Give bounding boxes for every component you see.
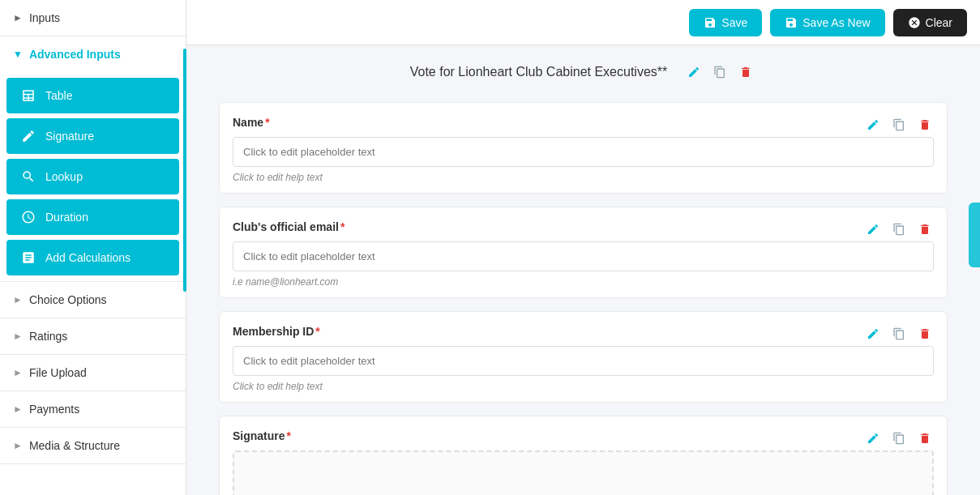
sidebar-choice-options-header[interactable]: ► Choice Options <box>0 282 186 318</box>
field-name-required: * <box>265 116 269 129</box>
field-signature-label: Signature* <box>233 429 934 442</box>
field-email-required: * <box>340 220 344 233</box>
title-delete-icon[interactable] <box>735 62 756 83</box>
calculations-icon <box>19 249 37 267</box>
save-as-new-button[interactable]: Save As New <box>770 9 884 36</box>
sidebar-payments-label: Payments <box>29 403 79 416</box>
title-edit-icon[interactable] <box>683 62 704 83</box>
field-email-edit-icon[interactable] <box>862 219 884 240</box>
sidebar-section-choice-options: ► Choice Options <box>0 282 186 318</box>
sidebar-section-file-upload: ► File Upload <box>0 355 186 391</box>
field-name-edit-icon[interactable] <box>862 114 884 135</box>
field-membership-id-input[interactable] <box>233 346 934 376</box>
lookup-icon <box>19 168 37 186</box>
field-club-email-help: i.e name@lionheart.com <box>233 276 934 288</box>
sidebar-advanced-items: Table Signature Lookup <box>0 72 186 281</box>
field-signature-copy-icon[interactable] <box>888 428 909 449</box>
sidebar-section-payments: ► Payments <box>0 391 186 428</box>
form-title-row: Vote for Lionheart Club Cabinet Executiv… <box>219 62 948 83</box>
clear-label: Clear <box>926 16 952 29</box>
sidebar-section-media-structure: ► Media & Structure <box>0 428 186 464</box>
field-name: Name* Click to edit help text <box>219 102 948 194</box>
field-name-delete-icon[interactable] <box>914 114 935 135</box>
clear-button[interactable]: Clear <box>893 9 967 36</box>
sidebar-item-signature[interactable]: Signature <box>6 118 179 154</box>
sidebar-ratings-header[interactable]: ► Ratings <box>0 318 186 354</box>
chevron-right-icon: ► <box>13 440 23 451</box>
field-club-email: Club's official email* i.e name@lionhear… <box>219 207 948 298</box>
sidebar-item-calculations-label: Add Calculations <box>45 251 131 264</box>
sidebar-file-upload-label: File Upload <box>29 366 87 379</box>
chevron-down-icon: ▼ <box>13 49 23 60</box>
field-membership-copy-icon[interactable] <box>888 323 909 344</box>
save-as-new-icon <box>785 16 798 29</box>
sidebar-item-lookup-label: Lookup <box>45 170 83 183</box>
field-membership-id-label: Membership ID* <box>233 325 934 338</box>
table-icon <box>19 87 37 105</box>
topbar: Save Save As New Clear <box>186 0 980 45</box>
sidebar-item-duration-label: Duration <box>45 211 88 224</box>
chevron-right-icon: ► <box>13 367 23 378</box>
field-name-actions <box>862 114 935 135</box>
sidebar-section-ratings: ► Ratings <box>0 318 186 355</box>
field-membership-id: Membership ID* Click to edit help text <box>219 311 948 403</box>
field-signature-required: * <box>287 429 291 442</box>
sidebar-advanced-label: Advanced Inputs <box>29 48 121 61</box>
sidebar-payments-header[interactable]: ► Payments <box>0 391 186 427</box>
sidebar-section-advanced: ▼ Advanced Inputs Table Signature <box>0 36 186 282</box>
field-membership-edit-icon[interactable] <box>862 323 884 344</box>
field-name-label: Name* <box>233 116 934 129</box>
sidebar-choice-options-label: Choice Options <box>29 293 107 306</box>
field-membership-delete-icon[interactable] <box>914 323 935 344</box>
main-content: Save Save As New Clear Vote for Lionhear… <box>186 0 980 495</box>
form-title-text: Vote for Lionheart Club Cabinet Executiv… <box>410 65 668 79</box>
field-membership-required: * <box>315 325 319 338</box>
title-actions <box>683 62 756 83</box>
field-club-email-label: Club's official email* <box>233 220 934 233</box>
field-membership-id-help: Click to edit help text <box>233 381 934 392</box>
field-email-delete-icon[interactable] <box>914 219 935 240</box>
sidebar: ► Inputs ▼ Advanced Inputs Table Signatu… <box>0 0 186 495</box>
sidebar-file-upload-header[interactable]: ► File Upload <box>0 355 186 390</box>
field-signature-delete-icon[interactable] <box>914 428 935 449</box>
sidebar-item-table[interactable]: Table <box>6 78 179 113</box>
signature-icon <box>19 127 37 145</box>
field-club-email-input[interactable] <box>233 241 934 271</box>
chevron-right-icon: ► <box>13 331 23 342</box>
right-edge-bar <box>969 203 980 267</box>
field-signature-actions <box>862 428 935 449</box>
field-membership-id-actions <box>862 323 935 344</box>
sidebar-item-lookup[interactable]: Lookup <box>6 159 179 194</box>
save-icon <box>704 16 717 29</box>
sidebar-item-duration[interactable]: Duration <box>6 199 179 235</box>
field-name-help: Click to edit help text <box>233 172 934 183</box>
sidebar-media-structure-header[interactable]: ► Media & Structure <box>0 428 186 463</box>
chevron-right-icon: ► <box>13 403 23 415</box>
chevron-right-icon: ► <box>13 12 23 23</box>
save-as-new-label: Save As New <box>802 16 870 29</box>
clear-icon <box>908 16 921 29</box>
sidebar-inputs-label: Inputs <box>29 11 60 24</box>
title-copy-icon[interactable] <box>709 62 730 83</box>
sidebar-item-signature-label: Signature <box>45 130 94 143</box>
signature-drawing-area[interactable] <box>233 450 934 495</box>
chevron-right-icon: ► <box>13 294 23 305</box>
sidebar-item-table-label: Table <box>45 89 72 102</box>
form-area: Vote for Lionheart Club Cabinet Executiv… <box>186 45 980 495</box>
field-name-copy-icon[interactable] <box>888 114 909 135</box>
duration-icon <box>19 208 37 226</box>
sidebar-section-inputs-header[interactable]: ► Inputs <box>0 0 186 36</box>
sidebar-section-advanced-header[interactable]: ▼ Advanced Inputs <box>0 36 186 72</box>
field-club-email-actions <box>862 219 935 240</box>
sidebar-media-structure-label: Media & Structure <box>29 439 120 452</box>
save-label: Save <box>721 16 747 29</box>
sidebar-section-inputs: ► Inputs <box>0 0 186 36</box>
field-signature-edit-icon[interactable] <box>862 428 884 449</box>
sidebar-item-add-calculations[interactable]: Add Calculations <box>6 240 179 275</box>
field-name-input[interactable] <box>233 137 934 167</box>
save-button[interactable]: Save <box>689 9 762 36</box>
field-signature: Signature* Reset Accept <box>219 416 948 495</box>
field-email-copy-icon[interactable] <box>888 219 909 240</box>
sidebar-ratings-label: Ratings <box>29 330 67 343</box>
